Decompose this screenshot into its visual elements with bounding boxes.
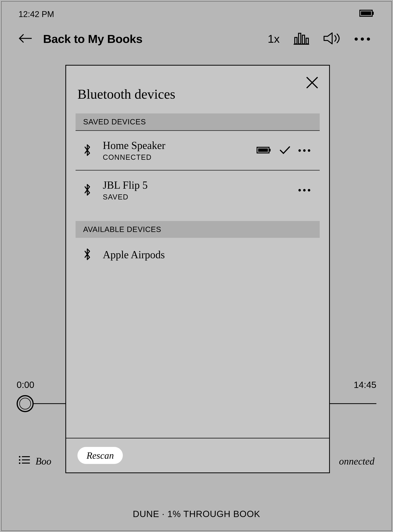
equalizer-icon[interactable] <box>293 32 310 46</box>
chapter-label-right: onnected <box>339 456 374 467</box>
bluetooth-icon <box>83 248 91 261</box>
svg-rect-14 <box>270 149 270 151</box>
device-name: Apple Airpods <box>103 249 312 261</box>
device-row-home-speaker[interactable]: Home Speaker CONNECTED ••• <box>76 131 320 170</box>
svg-rect-15 <box>258 148 268 152</box>
svg-rect-4 <box>299 33 301 44</box>
device-row-jbl[interactable]: JBL Flip 5 SAVED ••• <box>76 170 320 210</box>
chapter-list-icon[interactable] <box>19 455 35 467</box>
battery-icon <box>359 9 374 19</box>
back-arrow-icon[interactable] <box>19 34 32 44</box>
device-battery-icon <box>257 146 272 155</box>
device-more-icon[interactable]: ••• <box>298 185 312 195</box>
clock: 12:42 PM <box>19 10 54 19</box>
bluetooth-icon <box>83 184 91 197</box>
svg-rect-5 <box>302 35 305 44</box>
time-remaining: 14:45 <box>354 380 376 390</box>
rescan-button[interactable]: Rescan <box>78 447 123 464</box>
svg-rect-8 <box>22 456 30 457</box>
book-progress-footer: DUNE · 1% THROUGH BOOK <box>1 509 392 519</box>
more-icon[interactable]: ••• <box>354 33 374 45</box>
svg-rect-12 <box>22 463 30 463</box>
svg-rect-1 <box>373 12 374 15</box>
svg-rect-6 <box>306 38 308 44</box>
device-status: CONNECTED <box>103 153 257 161</box>
svg-point-7 <box>19 456 20 457</box>
time-elapsed: 0:00 <box>17 380 34 390</box>
player-header: Back to My Books 1x ••• <box>19 32 374 46</box>
status-bar: 12:42 PM <box>19 9 374 19</box>
svg-point-9 <box>19 459 20 461</box>
saved-devices-header: SAVED DEVICES <box>76 114 320 131</box>
close-icon[interactable] <box>305 76 319 90</box>
svg-point-11 <box>19 462 20 464</box>
progress-thumb[interactable] <box>17 395 34 412</box>
device-more-icon[interactable]: ••• <box>298 145 312 156</box>
speaker-icon[interactable] <box>323 32 341 46</box>
svg-rect-10 <box>22 459 30 460</box>
device-row-airpods[interactable]: Apple Airpods <box>76 238 320 272</box>
device-name: JBL Flip 5 <box>103 179 298 191</box>
device-name: Home Speaker <box>103 139 257 151</box>
modal-footer: Rescan <box>66 438 329 472</box>
svg-rect-3 <box>295 37 297 44</box>
modal-title: Bluetooth devices <box>78 86 318 102</box>
playback-speed[interactable]: 1x <box>268 32 280 45</box>
available-devices-header: AVAILABLE DEVICES <box>76 221 320 238</box>
chapter-label-left: Boo <box>35 456 51 467</box>
back-title[interactable]: Back to My Books <box>43 32 142 45</box>
check-icon <box>279 145 291 156</box>
svg-rect-2 <box>361 11 371 15</box>
device-status: SAVED <box>103 193 298 201</box>
bluetooth-icon <box>83 144 91 157</box>
bluetooth-modal: Bluetooth devices SAVED DEVICES Home Spe… <box>65 65 330 473</box>
